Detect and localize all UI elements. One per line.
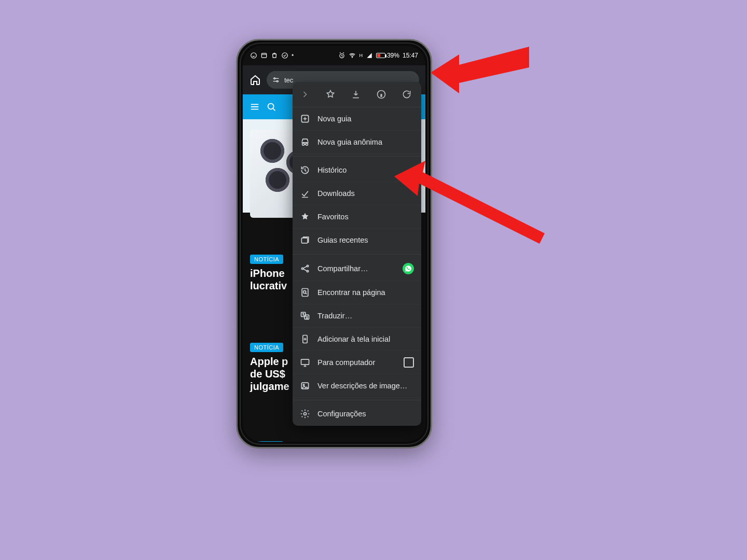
menu-item-label: Traduzir… [317,312,352,320]
menu-item-share[interactable]: Compartilhar… [293,257,421,281]
menu-item-label: Compartilhar… [317,264,368,273]
phone-screen: • H 39% 15:47 [243,46,425,442]
menu-item-label: Para computador [317,358,375,367]
gear-icon [300,409,310,419]
alarm-icon [338,52,345,59]
svg-point-13 [301,268,303,269]
menu-item-recent-tabs[interactable]: Guias recentes [293,229,421,252]
article-badge: NOTÍCIA [250,255,283,264]
menu-item-settings[interactable]: Configurações [293,402,421,426]
svg-point-23 [303,384,305,386]
clock: 15:47 [403,52,418,59]
desktop-site-checkbox[interactable] [404,357,414,368]
search-icon[interactable] [266,101,277,113]
svg-point-2 [282,53,288,59]
menu-item-label: Encontrar na página [317,288,385,297]
wifi-icon [349,52,356,59]
menu-item-new-tab[interactable]: Nova guia [293,107,421,131]
menu-item-label: Downloads [317,189,355,198]
site-settings-icon [272,76,280,84]
omnibox-text: tec [284,76,293,84]
svg-rect-1 [261,53,266,58]
plus-box-icon [300,114,310,124]
add-home-icon [300,334,310,344]
find-icon [300,287,310,298]
network-type-label: H [359,53,363,58]
menu-item-label: Nova guia [317,115,351,123]
svg-rect-12 [301,238,308,243]
menu-separator [293,400,421,400]
article-badge: NOTÍCIA [250,441,283,442]
forward-button[interactable] [298,87,312,102]
article-card-3[interactable]: NOTÍCIA [250,441,425,442]
menu-item-label: Ver descrições de image… [317,382,407,390]
battery-percent: 39% [387,52,399,59]
download-button[interactable] [349,87,363,102]
translate-icon [300,311,310,321]
svg-point-4 [352,57,353,58]
menu-item-desktop-site[interactable]: Para computador [293,351,421,374]
svg-rect-16 [302,289,308,297]
home-button[interactable] [249,74,261,86]
whatsapp-badge-icon [403,263,414,274]
reload-button[interactable] [399,87,414,102]
menu-separator [293,254,421,255]
svg-point-7 [268,104,274,109]
svg-point-6 [276,80,278,82]
android-status-bar: • H 39% 15:47 [243,46,425,65]
menu-item-add-to-home[interactable]: Adicionar à tela inicial [293,328,421,351]
svg-point-10 [302,143,305,145]
svg-point-24 [304,413,307,415]
menu-item-image-descriptions[interactable]: Ver descrições de image… [293,374,421,398]
menu-item-label: Adicionar à tela inicial [317,335,390,343]
inbox-icon [260,52,268,59]
svg-point-11 [306,143,308,145]
svg-point-5 [274,78,275,79]
svg-point-14 [307,265,308,267]
share-icon [300,263,310,274]
star-fill-icon [300,212,310,222]
menu-item-historico[interactable]: Histórico [293,159,421,182]
tabs-icon [300,235,310,245]
menu-item-label: Histórico [317,166,347,174]
battery-indicator: 39% [376,52,399,59]
menu-item-label: Guias recentes [317,236,368,244]
hamburger-icon[interactable] [249,101,260,113]
annotation-arrow-top [431,41,529,104]
menu-item-label: Configurações [317,410,366,418]
menu-item-label: Favoritos [317,213,349,221]
check-circle-icon [281,52,288,59]
menu-item-label: Nova guia anônima [317,138,382,146]
image-desc-icon [300,381,310,391]
whatsapp-icon [250,52,257,59]
desktop-icon [300,357,310,368]
article-badge: NOTÍCIA [250,343,283,352]
menu-icon-row [293,82,421,107]
status-dot: • [292,52,294,59]
svg-marker-25 [431,47,529,93]
incognito-icon [300,137,310,147]
download-done-icon [300,188,310,199]
phone-frame: • H 39% 15:47 [236,39,432,449]
bookmark-button[interactable] [323,87,338,102]
battery-icon [376,53,385,58]
menu-item-translate[interactable]: Traduzir… [293,304,421,328]
menu-item-downloads[interactable]: Downloads [293,182,421,205]
menu-item-incognito[interactable]: Nova guia anônima [293,131,421,154]
svg-rect-21 [301,359,309,365]
page-info-button[interactable] [374,87,389,102]
menu-item-find[interactable]: Encontrar na página [293,281,421,304]
signal-icon [366,52,373,59]
shopping-icon [271,52,278,59]
menu-item-favoritos[interactable]: Favoritos [293,205,421,229]
svg-point-15 [307,270,308,272]
history-icon [300,165,310,175]
chrome-overflow-menu: Nova guia Nova guia anônima Histórico Do… [293,82,421,426]
svg-point-0 [251,53,257,59]
menu-separator [293,156,421,157]
